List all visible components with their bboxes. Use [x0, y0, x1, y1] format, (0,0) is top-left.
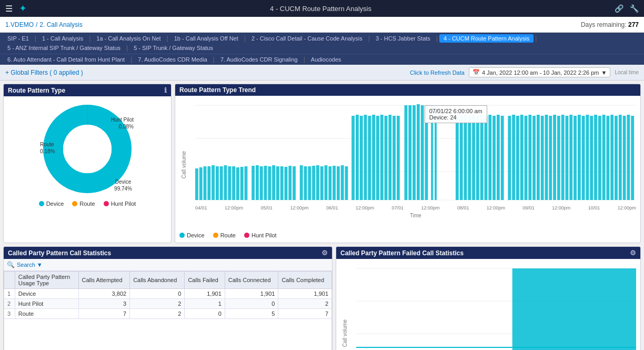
filter-right: Click to Refresh Data 📅 4 Jan, 2022 12:0… — [410, 67, 639, 77]
svg-rect-17 — [232, 166, 235, 200]
tool-icon[interactable]: 🔧 — [630, 4, 639, 13]
tab-item-0[interactable]: 6. Auto Attendant - Call Detail from Hun… — [3, 55, 129, 64]
svg-rect-34 — [308, 166, 311, 200]
row-num: 3 — [4, 309, 15, 319]
failed-stats-panel: Called Party Pattern Failed Call Statist… — [336, 246, 641, 350]
svg-rect-32 — [300, 165, 303, 200]
svg-rect-111 — [512, 268, 636, 350]
svg-rect-73 — [492, 116, 496, 200]
row-attempted: 7 — [78, 309, 130, 319]
svg-rect-59 — [417, 104, 420, 200]
route-label: Route 0.18% — [40, 141, 55, 155]
settings-icon[interactable]: ⚙ — [321, 249, 328, 257]
svg-rect-90 — [566, 116, 569, 200]
tab-sep-7: | — [126, 44, 128, 52]
svg-rect-43 — [345, 166, 348, 200]
svg-rect-89 — [561, 115, 565, 200]
legend-label: Hunt Pilot — [111, 201, 136, 207]
refresh-link[interactable]: Click to Refresh Data — [410, 69, 465, 76]
breadcrumb-part2[interactable]: 2. Call Analysis — [39, 21, 82, 28]
row-abandoned: 2 — [130, 299, 185, 309]
svg-rect-66 — [464, 115, 467, 200]
svg-rect-9 — [199, 167, 203, 200]
svg-rect-68 — [472, 115, 475, 200]
svg-rect-16 — [228, 166, 231, 200]
tab-item-6[interactable]: 4 - CUCM Route Pattern Analysis — [439, 34, 534, 43]
tab-item-1[interactable]: 1 - Call Analysis — [38, 34, 87, 43]
called-party-stats-header: Called Party Pattern Call Statistics ⚙ — [4, 247, 332, 259]
donut-chart: Hunt Pilot 0.08% Route 0.18% Device 99.7… — [40, 102, 135, 196]
app-title: 4 - CUCM Route Pattern Analysis — [33, 5, 608, 13]
legend-dot — [213, 233, 218, 238]
svg-rect-38 — [325, 165, 328, 200]
svg-rect-75 — [501, 116, 504, 200]
tab-item-0[interactable]: SIP - E1 — [3, 34, 33, 43]
row-abandoned: 2 — [130, 309, 185, 319]
breadcrumb-part1[interactable]: 1.VDEMO — [5, 21, 34, 28]
trend-chart-wrapper: Call volume 07/01/22 6:00:00 am Device: … — [179, 100, 636, 229]
trend-chart-area: 07/01/22 6:00:00 am Device: 24 — [195, 100, 636, 205]
legend-item: Route — [72, 201, 95, 207]
tab-item-4[interactable]: 2 - Cisco Call Detail - Cause Code Analy… — [247, 34, 367, 43]
search-dropdown-icon: ▼ — [37, 262, 43, 268]
tab-item-1[interactable]: 7. AudioCodes CDR Media — [134, 55, 211, 64]
svg-rect-54 — [393, 116, 396, 200]
svg-rect-91 — [569, 115, 572, 200]
tab-item-3[interactable]: Audiocodes — [307, 55, 346, 64]
svg-rect-46 — [360, 116, 363, 200]
svg-rect-61 — [425, 105, 428, 200]
svg-point-3 — [63, 125, 112, 173]
col-attempted[interactable]: Calls Attempted — [78, 272, 130, 289]
svg-rect-97 — [594, 115, 597, 200]
svg-rect-18 — [236, 167, 239, 200]
row-num: 1 — [4, 289, 15, 299]
col-failed[interactable]: Calls Failed — [185, 272, 225, 289]
legend-item: Device — [179, 232, 205, 238]
trend-body: Call volume 07/01/22 6:00:00 am Device: … — [175, 96, 640, 243]
svg-rect-21 — [251, 166, 255, 200]
search-button[interactable]: Search ▼ — [17, 262, 43, 268]
tab-item-8[interactable]: 5 - SIP Trunk / Gateway Status — [129, 44, 217, 52]
svg-rect-104 — [623, 116, 626, 200]
svg-rect-99 — [602, 115, 606, 200]
top-panel-row: Route Pattern Type ℹ Hunt Pilot — [3, 84, 641, 243]
failed-chart-area — [356, 263, 636, 350]
col-connected[interactable]: Calls Connected — [225, 272, 278, 289]
svg-rect-96 — [590, 116, 593, 200]
svg-rect-45 — [356, 115, 359, 200]
table-container: Called Party PatternUsage Type Calls Att… — [4, 271, 332, 319]
svg-rect-20 — [245, 166, 248, 200]
svg-rect-33 — [304, 166, 307, 200]
tab-item-2[interactable]: 7. AudioCodes CDR Signaling — [216, 55, 302, 64]
tab-item-3[interactable]: 1b - Call Analysis Off Net — [170, 34, 243, 43]
svg-rect-60 — [421, 105, 424, 200]
tab-item-5[interactable]: 3 - HCS Jabber Stats — [371, 34, 435, 43]
failed-settings-icon[interactable]: ⚙ — [630, 249, 636, 257]
svg-rect-69 — [476, 116, 479, 200]
top-bar: ☰ ✦ 4 - CUCM Route Pattern Analysis 🔗 🔧 — [0, 0, 644, 17]
info-icon[interactable]: ℹ — [164, 86, 167, 94]
svg-rect-42 — [341, 165, 344, 200]
route-pattern-type-header: Route Pattern Type ℹ — [4, 84, 171, 96]
svg-rect-98 — [598, 116, 601, 200]
tab-item-7[interactable]: 5 - ANZ Internal SIP Trunk / Gateway Sta… — [3, 44, 125, 52]
table-row: 1 Device 3,802 0 1,901 1,901 1,901 — [4, 289, 332, 299]
trend-x-axis-title: Time — [195, 213, 636, 218]
svg-rect-102 — [615, 116, 618, 200]
tab-item-2[interactable]: 1a - Call Analysis On Net — [92, 34, 165, 43]
col-completed[interactable]: Calls Completed — [278, 272, 332, 289]
svg-rect-44 — [351, 116, 355, 200]
row-attempted: 3,802 — [78, 289, 130, 299]
donut-legend: DeviceRouteHunt Pilot — [39, 201, 136, 207]
failed-stats-header: Called Party Pattern Failed Call Statist… — [336, 247, 640, 259]
global-filters[interactable]: + Global Filters ( 0 applied ) — [5, 69, 83, 76]
svg-rect-35 — [312, 166, 315, 200]
row-connected: 0 — [225, 299, 278, 309]
date-selector[interactable]: 📅 4 Jan, 2022 12:00 am - 10 Jan, 2022 2:… — [469, 67, 611, 77]
col-type[interactable]: Called Party PatternUsage Type — [15, 272, 78, 289]
svg-rect-11 — [207, 166, 210, 200]
menu-icon[interactable]: ☰ — [5, 4, 13, 14]
col-abandoned[interactable]: Calls Abandoned — [130, 272, 185, 289]
donut-container: Hunt Pilot 0.08% Route 0.18% Device 99.7… — [4, 96, 171, 212]
link-icon[interactable]: 🔗 — [615, 4, 623, 13]
